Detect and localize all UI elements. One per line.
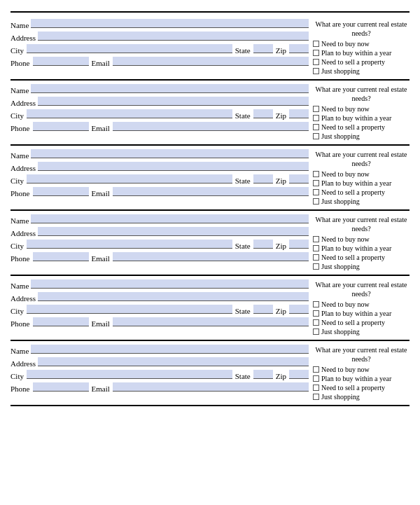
name-input-6[interactable] — [31, 345, 309, 354]
checkbox-3-1[interactable] — [313, 171, 319, 177]
checkbox-2-3[interactable] — [313, 124, 319, 130]
phone-input-6[interactable] — [33, 382, 89, 392]
zip-input-6[interactable] — [289, 370, 309, 379]
state-input-3[interactable] — [253, 174, 273, 184]
checkbox-label-1-2: Plan to buy within a year — [321, 49, 391, 57]
email-label: Email — [92, 385, 110, 393]
checkbox-label-6-3: Need to sell a property — [321, 384, 385, 392]
phone-input-3[interactable] — [33, 187, 89, 196]
address-input-5[interactable] — [38, 292, 309, 301]
checkbox-4-3[interactable] — [313, 254, 319, 261]
state-input-6[interactable] — [253, 370, 273, 379]
name-row-5: Name — [10, 279, 309, 290]
email-input-1[interactable] — [113, 57, 309, 66]
address-label: Address — [10, 294, 36, 303]
checkbox-label-2-1: Need to buy now — [321, 105, 370, 113]
checkbox-2-2[interactable] — [313, 115, 319, 121]
address-input-1[interactable] — [38, 32, 309, 41]
checkbox-4-4[interactable] — [313, 263, 319, 270]
address-input-3[interactable] — [38, 162, 309, 171]
checkbox-3-2[interactable] — [313, 180, 319, 186]
name-row-3: Name — [10, 149, 309, 160]
email-input-4[interactable] — [113, 252, 309, 261]
city-input-3[interactable] — [27, 174, 232, 184]
city-row-1: City State Zip — [10, 44, 309, 55]
address-row-1: Address — [10, 32, 309, 42]
name-input-4[interactable] — [31, 214, 309, 223]
question-label-2: What are your current real estate needs? — [313, 85, 410, 103]
address-input-2[interactable] — [38, 97, 309, 106]
entry-fields-1: Name Address City State Zip Phone Email — [10, 19, 309, 76]
checkbox-6-4[interactable] — [313, 394, 319, 400]
email-input-2[interactable] — [113, 122, 309, 131]
phone-input-5[interactable] — [33, 317, 89, 326]
state-input-4[interactable] — [253, 240, 273, 249]
checkbox-4-1[interactable] — [313, 236, 319, 242]
entry-section-5: Name Address City State Zip Phone Email … — [10, 276, 410, 341]
checkbox-5-3[interactable] — [313, 319, 319, 326]
checkboxes-3: What are your current real estate needs?… — [313, 149, 410, 207]
checkboxes-2: What are your current real estate needs?… — [313, 84, 410, 141]
address-input-6[interactable] — [38, 357, 309, 366]
checkbox-label-1-4: Just shopping — [321, 67, 360, 75]
checkbox-5-4[interactable] — [313, 328, 319, 335]
checkbox-row-4-3: Need to sell a property — [313, 254, 385, 261]
checkbox-label-4-3: Need to sell a property — [321, 254, 385, 261]
phone-input-2[interactable] — [33, 122, 89, 131]
city-row-4: City State Zip — [10, 240, 309, 250]
checkbox-3-3[interactable] — [313, 189, 319, 195]
zip-input-1[interactable] — [289, 44, 309, 53]
checkbox-6-3[interactable] — [313, 385, 319, 391]
entry-section-3: Name Address City State Zip Phone Email … — [10, 146, 410, 211]
checkbox-5-2[interactable] — [313, 310, 319, 317]
email-input-6[interactable] — [113, 382, 309, 392]
checkbox-6-1[interactable] — [313, 366, 319, 373]
phone-label: Phone — [10, 59, 30, 67]
name-input-3[interactable] — [31, 149, 309, 158]
checkbox-5-1[interactable] — [313, 301, 319, 307]
zip-input-2[interactable] — [289, 109, 309, 118]
name-label: Name — [10, 347, 29, 355]
city-input-5[interactable] — [27, 305, 232, 314]
checkbox-label-1-3: Need to sell a property — [321, 58, 385, 66]
city-input-6[interactable] — [27, 370, 232, 379]
zip-input-4[interactable] — [289, 240, 309, 249]
checkbox-label-4-1: Need to buy now — [321, 235, 370, 243]
checkbox-label-3-4: Just shopping — [321, 198, 360, 205]
address-input-4[interactable] — [38, 227, 309, 236]
checkbox-label-2-3: Need to sell a property — [321, 123, 385, 131]
zip-input-5[interactable] — [289, 305, 309, 314]
phone-label: Phone — [10, 254, 30, 263]
zip-label: Zip — [276, 111, 286, 120]
checkbox-1-4[interactable] — [313, 68, 319, 74]
zip-input-3[interactable] — [289, 174, 309, 184]
question-label-6: What are your current real estate needs? — [313, 345, 410, 364]
email-input-5[interactable] — [113, 317, 309, 326]
checkbox-row-5-2: Plan to buy within a year — [313, 310, 391, 317]
name-input-2[interactable] — [31, 84, 309, 93]
phone-input-1[interactable] — [33, 57, 89, 66]
city-label: City — [10, 307, 24, 315]
checkbox-1-2[interactable] — [313, 50, 319, 56]
checkbox-1-3[interactable] — [313, 59, 319, 65]
city-input-4[interactable] — [27, 240, 232, 249]
state-input-2[interactable] — [253, 109, 273, 118]
checkbox-4-2[interactable] — [313, 245, 319, 251]
address-row-6: Address — [10, 357, 309, 368]
checkbox-6-2[interactable] — [313, 375, 319, 382]
state-input-1[interactable] — [253, 44, 273, 53]
checkbox-2-4[interactable] — [313, 133, 319, 139]
email-input-3[interactable] — [113, 187, 309, 196]
checkbox-row-6-4: Just shopping — [313, 393, 360, 401]
city-input-2[interactable] — [27, 109, 232, 118]
checkbox-row-3-2: Plan to buy within a year — [313, 179, 391, 187]
checkbox-1-1[interactable] — [313, 41, 319, 47]
checkbox-3-4[interactable] — [313, 198, 319, 205]
checkbox-2-1[interactable] — [313, 106, 319, 112]
phone-input-4[interactable] — [33, 252, 89, 261]
state-input-5[interactable] — [253, 305, 273, 314]
name-input-1[interactable] — [31, 19, 309, 28]
address-label: Address — [10, 359, 36, 368]
name-input-5[interactable] — [31, 279, 309, 289]
city-input-1[interactable] — [27, 44, 232, 53]
